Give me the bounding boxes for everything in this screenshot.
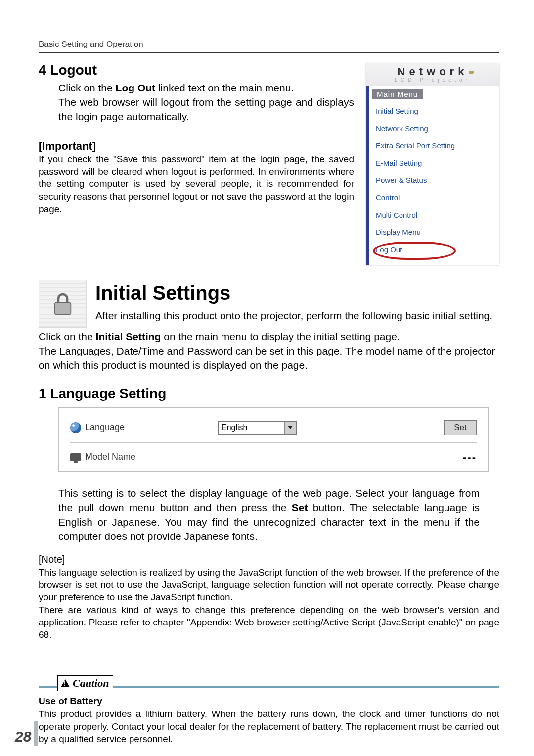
important-heading: [Important] (39, 140, 354, 153)
language-setting-heading: 1 Language Setting (39, 386, 499, 401)
initial-line3: The Languages, Date/Time and Password ca… (39, 344, 499, 373)
menu-list: Initial Setting Network Setting Extra Se… (369, 102, 499, 265)
note-1: This language selection is realized by u… (39, 566, 499, 604)
initial-setting-bold: Initial Setting (96, 331, 161, 342)
computer-icon (70, 453, 81, 461)
menu-item-control[interactable]: Control (374, 189, 494, 206)
running-header: Basic Setting and Operation (39, 40, 499, 53)
menu-item-multi-control[interactable]: Multi Control (374, 206, 494, 223)
logout-p1: Click on the Log Out linked text on the … (58, 81, 354, 95)
battery-heading: Use of Battery (39, 696, 499, 707)
model-name-value: --- (463, 451, 477, 464)
globe-icon (70, 422, 81, 433)
text: on the main menu to display the initial … (161, 331, 400, 342)
highlight-circle (373, 242, 456, 260)
initial-intro: After installing this product onto the p… (95, 309, 499, 323)
set-button[interactable]: Set (444, 420, 477, 435)
lock-icon (39, 280, 87, 328)
main-menu-label: Main Menu (372, 89, 423, 99)
text: linked text on the main menu. (155, 82, 294, 93)
logout-p2: The web browser will logout from the set… (58, 95, 354, 124)
chevron-down-icon (284, 422, 296, 434)
text: Click on the (39, 331, 96, 342)
page-accent (34, 721, 38, 746)
network-menu-figure: Network LCD Projector Main Menu Initial … (366, 63, 499, 265)
menu-item-display-menu[interactable]: Display Menu (374, 223, 494, 241)
language-panel: Language English Set Model Name --- (58, 407, 489, 472)
language-select[interactable]: English (218, 421, 297, 435)
menu-item-logout[interactable]: Log Out (374, 241, 494, 258)
caution-label: Caution (73, 677, 109, 690)
product-title: Network (398, 65, 468, 78)
battery-body: This product provides a lithium battery.… (39, 708, 499, 745)
logout-heading: 4 Logout (39, 62, 354, 78)
text: Click on the (58, 82, 116, 93)
page-number: 28 (15, 728, 31, 745)
initial-line2: Click on the Initial Setting on the main… (39, 330, 499, 344)
warning-icon (61, 679, 70, 687)
network-header: Network LCD Projector (366, 63, 499, 86)
initial-settings-title: Initial Settings (95, 282, 499, 304)
important-body: If you check the "Save this password" it… (39, 153, 354, 215)
model-name-label: Model Name (85, 452, 135, 462)
note-heading: [Note] (39, 554, 499, 565)
menu-item-email-setting[interactable]: E-Mail Setting (374, 154, 494, 172)
set-bold: Set (292, 502, 308, 513)
menu-item-power-status[interactable]: Power & Status (374, 172, 494, 189)
language-label: Language (85, 422, 125, 433)
language-description: This setting is to select the display la… (58, 487, 480, 544)
logout-link-text: Log Out (116, 82, 155, 93)
menu-item-extra-serial-port[interactable]: Extra Serial Port Setting (374, 137, 494, 154)
caution-chip: Caution (57, 675, 113, 691)
menu-item-initial-setting[interactable]: Initial Setting (374, 102, 494, 120)
language-selected-value: English (222, 423, 247, 432)
menu-item-network-setting[interactable]: Network Setting (374, 120, 494, 137)
note-2: There are various kind of ways to change… (39, 604, 499, 641)
